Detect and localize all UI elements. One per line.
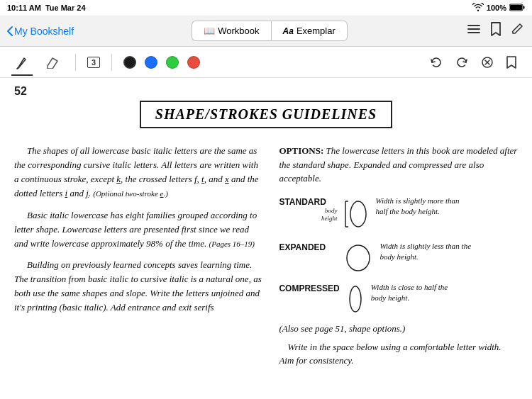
left-para-1: The shapes of all lowercase basic italic… — [14, 144, 265, 201]
color-black[interactable] — [123, 56, 136, 69]
shape-standard-diagram — [343, 196, 370, 234]
time-display: 10:11 AM — [7, 4, 41, 12]
tab-exemplar[interactable]: Aa Exemplar — [271, 21, 348, 41]
right-column: OPTIONS: The lowercase letters in this b… — [279, 144, 518, 392]
shape-compressed-desc: Width is close to half the body height. — [371, 282, 463, 304]
stroke-size-indicator: 3 — [87, 57, 100, 68]
shape-compressed: COMPRESSED Width is close to half the bo… — [279, 282, 518, 316]
content-body: The shapes of all lowercase basic italic… — [14, 144, 518, 392]
svg-point-15 — [350, 286, 361, 312]
pen-button[interactable] — [509, 21, 525, 40]
bookmark-button[interactable] — [489, 21, 502, 41]
back-label: My Bookshelf — [14, 26, 74, 37]
svg-rect-1 — [523, 6, 525, 9]
write-instruction: Write in the space below using a comfort… — [279, 340, 518, 368]
left-para-2: Basic italic lowercase has eight familie… — [14, 208, 265, 251]
options-label: OPTIONS: — [279, 145, 323, 156]
shape-standard: STANDARD bodyheight Width is slightly mo… — [279, 196, 518, 234]
toolbar: 3 — [0, 47, 532, 78]
also-see: (Also see page 51, shape options.) — [279, 323, 518, 335]
shape-standard-desc: Width is slightly more than half the bod… — [375, 196, 467, 218]
shape-compressed-label: COMPRESSED — [279, 282, 339, 293]
battery-display: 100% — [487, 4, 506, 12]
color-blue[interactable] — [145, 56, 157, 69]
nav-bar: My Bookshelf 📖 Workbook Aa Exemplar — [0, 16, 532, 47]
page-title: SHAPE/STROKES GUIDELINES — [140, 101, 392, 128]
nav-tabs: 📖 Workbook Aa Exemplar — [192, 21, 348, 41]
shape-expanded-label: EXPANDED — [279, 241, 337, 252]
tab-workbook[interactable]: 📖 Workbook — [192, 21, 270, 41]
svg-point-14 — [347, 245, 370, 271]
undo-button[interactable] — [426, 53, 447, 72]
workbook-icon: 📖 — [204, 26, 215, 36]
exemplar-icon: Aa — [283, 26, 294, 36]
back-button[interactable]: My Bookshelf — [7, 26, 74, 37]
shape-expanded: EXPANDED Width is slightly less than the… — [279, 241, 518, 275]
status-bar: 10:11 AM Tue Mar 24 100% — [0, 0, 532, 16]
tab-workbook-label: Workbook — [218, 26, 259, 36]
page-number: 52 — [14, 85, 518, 98]
shape-compressed-diagram — [345, 282, 365, 316]
wifi-icon — [472, 3, 484, 13]
left-column: The shapes of all lowercase basic italic… — [14, 144, 265, 392]
svg-rect-2 — [510, 5, 522, 10]
date-display: Tue Mar 24 — [45, 4, 86, 12]
tab-exemplar-label: Exemplar — [297, 26, 336, 36]
pen-tool-button[interactable] — [11, 52, 33, 73]
title-row: SHAPE/STROKES GUIDELINES — [14, 101, 518, 137]
color-red[interactable] — [187, 56, 200, 69]
shape-expanded-desc: Width is slightly less than the body hei… — [379, 241, 472, 263]
shape-expanded-diagram — [343, 241, 374, 275]
left-para-3: Building on previously learned concepts … — [14, 258, 265, 315]
body-height-label: bodyheight — [279, 207, 337, 223]
clear-button[interactable] — [477, 53, 498, 72]
menu-button[interactable] — [465, 22, 482, 40]
page-content: 52 SHAPE/STROKES GUIDELINES The shapes o… — [0, 78, 532, 399]
undo-redo-group — [426, 53, 521, 72]
color-green[interactable] — [166, 56, 179, 69]
battery-icon — [509, 3, 525, 13]
svg-point-13 — [350, 201, 366, 227]
bookmark-tool-button[interactable] — [502, 53, 521, 72]
redo-button[interactable] — [451, 53, 472, 72]
shape-standard-label: STANDARD — [279, 196, 337, 207]
right-intro: OPTIONS: The lowercase letters in this b… — [279, 144, 518, 186]
toolbar-separator-2 — [111, 54, 112, 71]
eraser-tool-button[interactable] — [41, 53, 64, 72]
toolbar-separator-1 — [75, 54, 76, 71]
